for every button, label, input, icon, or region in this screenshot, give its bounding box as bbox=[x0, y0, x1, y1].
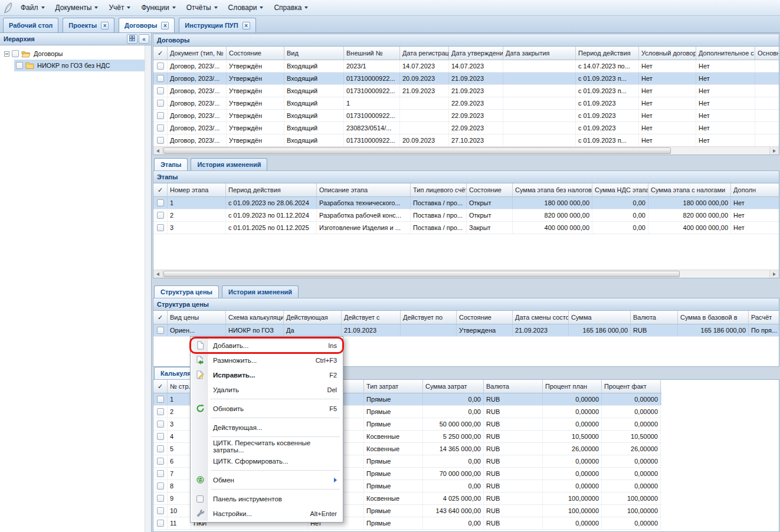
scroll-left-button[interactable] bbox=[153, 270, 163, 278]
grid-row[interactable]: 3с 01.01.2025 по 01.12.2025Изготовление … bbox=[153, 222, 779, 234]
scrollbar-thumb[interactable] bbox=[163, 271, 680, 277]
check-column-header[interactable]: ✓ bbox=[153, 311, 168, 324]
grid-row[interactable]: Договор, 2023/...УтверждёнВходящий017310… bbox=[153, 73, 779, 85]
grid-row[interactable]: Ориен...НИОКР по ГОЗДа21.09.2023Утвержде… bbox=[153, 324, 779, 337]
section-tab[interactable]: История изменений bbox=[222, 285, 299, 298]
window-tab[interactable]: Рабочий стол bbox=[3, 18, 58, 32]
column-header[interactable]: Процент факт bbox=[602, 380, 661, 393]
menubar-item[interactable]: Словари bbox=[223, 0, 269, 15]
column-header[interactable]: Описание этапа bbox=[317, 183, 411, 196]
menubar-item[interactable]: Учёт bbox=[103, 0, 136, 15]
section-tab[interactable]: Структура цены bbox=[154, 285, 219, 298]
row-checkbox[interactable] bbox=[157, 327, 164, 334]
context-menu-item[interactable]: ЦИТК. Пересчитать косвенные затраты... bbox=[192, 439, 342, 454]
column-header[interactable]: Тип лицевого счёт bbox=[411, 183, 467, 196]
row-checkbox[interactable] bbox=[157, 224, 164, 231]
menubar-item[interactable]: Отчёты bbox=[181, 0, 223, 15]
column-header[interactable]: Номер этапа bbox=[168, 183, 226, 196]
column-header[interactable]: Действует с bbox=[342, 311, 401, 324]
tree-vertical-scrollbar[interactable] bbox=[145, 45, 151, 532]
row-checkbox[interactable] bbox=[157, 445, 164, 452]
grid-row[interactable]: 2с 01.09.2023 по 01.12.2024Разработка ра… bbox=[153, 209, 779, 222]
column-header[interactable]: Расчёт bbox=[749, 311, 779, 324]
section-tab[interactable]: Этапы bbox=[154, 158, 188, 170]
row-checkbox[interactable] bbox=[157, 124, 164, 132]
column-header[interactable]: Период действия bbox=[226, 183, 317, 196]
tree-checkbox[interactable] bbox=[16, 62, 23, 69]
column-header[interactable]: Сумма в базовой в bbox=[678, 311, 749, 324]
column-header[interactable]: Документ (тип, № bbox=[168, 47, 227, 60]
check-column-header[interactable]: ✓ bbox=[153, 380, 168, 393]
column-header[interactable]: Процент план bbox=[543, 380, 602, 393]
tree-expander-icon[interactable] bbox=[4, 51, 9, 57]
tree-checkbox[interactable] bbox=[12, 50, 19, 57]
column-header[interactable]: Дата смены состо bbox=[513, 311, 569, 324]
column-header[interactable]: Действующая bbox=[284, 311, 342, 324]
column-header[interactable]: Вид bbox=[284, 47, 344, 60]
column-header[interactable]: Дополн bbox=[731, 183, 779, 196]
check-column-header[interactable]: ✓ bbox=[153, 183, 168, 196]
context-menu-item[interactable]: ЦИТК. Сформировать... bbox=[192, 454, 342, 468]
scroll-right-button[interactable] bbox=[769, 147, 779, 155]
menubar-item[interactable]: Справка bbox=[268, 0, 313, 15]
section-tab[interactable]: История изменений bbox=[191, 158, 267, 170]
row-checkbox[interactable] bbox=[157, 112, 164, 119]
context-menu-item[interactable]: Настройки...Alt+Enter bbox=[192, 506, 342, 521]
menubar-item[interactable]: Документы bbox=[50, 0, 104, 15]
column-header[interactable]: Тип затрат bbox=[364, 380, 423, 393]
column-header[interactable]: Схема калькуляци bbox=[226, 311, 284, 324]
tree-node-selected[interactable]: НИОКР по ГОЗ без НДС bbox=[14, 60, 151, 71]
grid-row[interactable]: Договор, 2023/...УтверждёнВходящий017310… bbox=[153, 110, 779, 122]
column-header[interactable]: Дата утверждения bbox=[449, 47, 503, 60]
scrollbar-thumb[interactable] bbox=[163, 147, 671, 154]
column-header[interactable]: Дата закрытия bbox=[503, 47, 576, 60]
grid-row[interactable]: Договор, 2023/...УтверждёнВходящий017310… bbox=[153, 134, 779, 147]
column-header[interactable]: Состояние bbox=[457, 311, 513, 324]
row-checkbox[interactable] bbox=[157, 495, 164, 502]
context-menu-item[interactable]: Действующая... bbox=[192, 420, 342, 435]
column-header[interactable]: Валюта bbox=[484, 380, 543, 393]
window-tab[interactable]: Договоры× bbox=[119, 18, 175, 32]
context-menu-item[interactable]: УдалитьDel bbox=[192, 382, 342, 397]
context-menu-item[interactable]: Добавить...Ins bbox=[192, 338, 342, 353]
context-menu-item[interactable]: Обмен bbox=[192, 472, 342, 487]
window-tab[interactable]: Проекты× bbox=[63, 18, 114, 32]
tab-close-icon[interactable]: × bbox=[161, 22, 169, 29]
tab-close-icon[interactable]: × bbox=[242, 22, 250, 29]
grid-row[interactable]: Договор, 2023/...УтверждёнВходящий122.09… bbox=[153, 97, 779, 110]
row-checkbox[interactable] bbox=[157, 421, 164, 428]
column-header[interactable]: Сумма НДС этапа bbox=[592, 183, 648, 196]
grid-row[interactable]: Договор, 2023/...УтверждёнВходящий017310… bbox=[153, 85, 779, 97]
context-menu-item[interactable]: Панель инструментов bbox=[192, 491, 342, 506]
row-checkbox[interactable] bbox=[157, 408, 164, 415]
column-header[interactable]: Сумма этапа с налогами bbox=[648, 183, 731, 196]
column-header[interactable]: Валюта bbox=[631, 311, 678, 324]
row-checkbox[interactable] bbox=[157, 507, 164, 514]
column-header[interactable]: Вид цены bbox=[168, 311, 226, 324]
row-checkbox[interactable] bbox=[157, 458, 164, 465]
tab-close-icon[interactable]: × bbox=[101, 22, 109, 29]
scroll-right-button[interactable] bbox=[769, 270, 779, 278]
column-header[interactable]: Сумма bbox=[569, 311, 631, 324]
row-checkbox[interactable] bbox=[157, 520, 164, 527]
row-checkbox[interactable] bbox=[157, 87, 164, 94]
column-header[interactable]: Условный договор bbox=[639, 47, 696, 60]
context-menu-item[interactable]: Исправить...F2 bbox=[192, 367, 342, 382]
tree-node-root[interactable]: Договоры bbox=[2, 48, 151, 60]
row-checkbox[interactable] bbox=[157, 63, 164, 70]
menubar-item[interactable]: Файл bbox=[15, 0, 50, 15]
column-header[interactable]: Внешний № bbox=[344, 47, 400, 60]
row-checkbox[interactable] bbox=[157, 470, 164, 477]
scroll-left-button[interactable] bbox=[153, 147, 163, 155]
contracts-hscrollbar[interactable] bbox=[153, 146, 779, 155]
hierarchy-collapse-button[interactable]: « bbox=[139, 34, 149, 44]
window-tab[interactable]: Инструкции ПУП× bbox=[179, 18, 255, 32]
row-checkbox[interactable] bbox=[157, 137, 164, 144]
column-header[interactable]: Основн bbox=[755, 47, 779, 60]
column-header[interactable]: Дата регистрации bbox=[400, 47, 449, 60]
column-header[interactable]: Состояние bbox=[227, 47, 284, 60]
column-header[interactable]: Дополнительное с bbox=[696, 47, 755, 60]
grid-row[interactable]: Договор, 2023/...УтверждёнВходящий2023/1… bbox=[153, 60, 779, 73]
row-checkbox[interactable] bbox=[157, 212, 164, 219]
column-header[interactable]: Сумма этапа без налогов bbox=[513, 183, 592, 196]
